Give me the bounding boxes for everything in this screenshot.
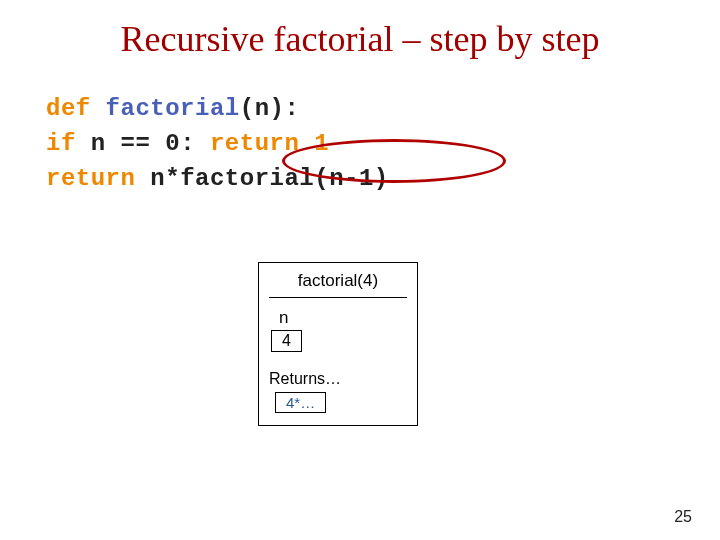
keyword-return1: return 1: [210, 130, 329, 157]
frame-returns-label: Returns…: [269, 370, 407, 388]
keyword-def: def: [46, 95, 106, 122]
keyword-if: if: [46, 130, 91, 157]
params: (n):: [240, 95, 300, 122]
code-line-3: return n*factorial(n-1): [46, 162, 389, 197]
frame-title: factorial(4): [269, 271, 407, 298]
frame-var-value: 4: [271, 330, 302, 352]
page-number: 25: [674, 508, 692, 526]
keyword-return2: return: [46, 165, 150, 192]
code-line-1: def factorial(n):: [46, 92, 389, 127]
slide-title: Recursive factorial – step by step: [0, 18, 720, 60]
call-frame: factorial(4) n 4 Returns… 4*…: [258, 262, 418, 426]
expr: n*factorial(n-1): [150, 165, 388, 192]
condition: n == 0:: [91, 130, 210, 157]
func-name: factorial: [106, 95, 240, 122]
code-snippet: def factorial(n): if n == 0: return 1 re…: [46, 92, 389, 196]
code-line-2: if n == 0: return 1: [46, 127, 389, 162]
frame-var-label: n: [279, 308, 407, 328]
frame-returns-value: 4*…: [275, 392, 326, 413]
